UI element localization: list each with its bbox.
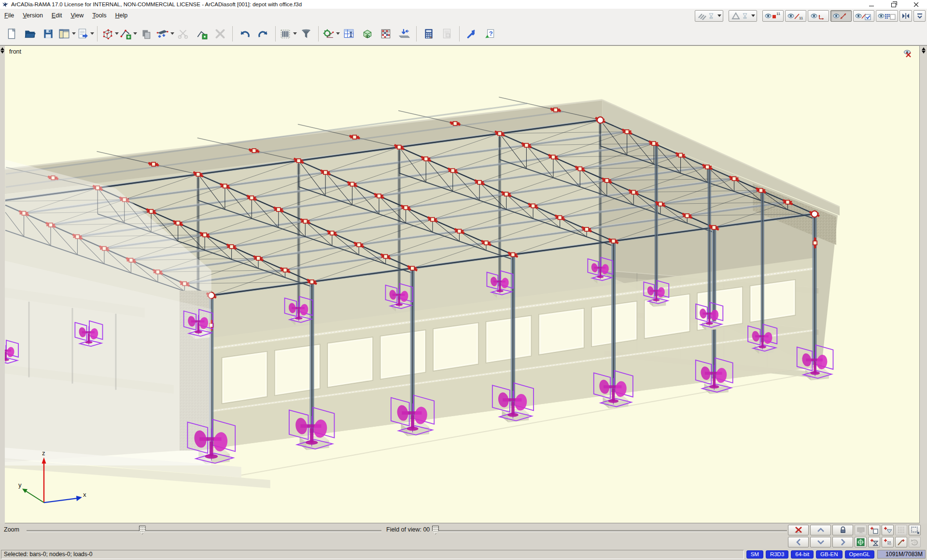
options-wrench-button[interactable] [463, 24, 481, 43]
dropdown-arrow-icon [293, 32, 297, 35]
view-name-label: front [9, 48, 21, 55]
add-bar-button[interactable] [119, 24, 137, 43]
zoom-window-button[interactable] [909, 525, 921, 535]
new-model-button[interactable] [2, 24, 21, 43]
menu-items: FileVersionEditViewToolsHelp [0, 11, 132, 20]
zoom-slider[interactable] [27, 530, 381, 532]
show-node-numbers[interactable]: 11 [762, 10, 784, 22]
pan-down-button[interactable] [810, 537, 831, 547]
view-3d-button[interactable]: 3D [358, 24, 377, 43]
nav-row [788, 525, 921, 535]
hide-view-icon[interactable] [903, 49, 913, 59]
status-badge-64-bit[interactable]: 64-bit [791, 550, 814, 559]
restore-icon [891, 3, 896, 7]
menu-edit[interactable]: Edit [47, 11, 67, 20]
print-report-button[interactable] [76, 24, 94, 43]
workspace: front zyx [0, 45, 927, 523]
hidden-lines-mode[interactable] [695, 10, 723, 22]
window-title: ArCADia-RAMA 17.0 License for INTERNAL, … [11, 1, 302, 7]
minimize-button[interactable] [860, 0, 883, 9]
undo-button[interactable] [236, 24, 254, 43]
selection-status: Selected: bars-0; nodes-0; loads-0 [1, 550, 744, 559]
menu-file[interactable]: File [0, 11, 18, 20]
show-dimensions[interactable] [830, 10, 852, 22]
fov-slider-thumb[interactable] [432, 526, 439, 534]
fov-slider[interactable] [433, 530, 787, 532]
scene-3d-model[interactable]: zyx [5, 46, 919, 523]
left-splitter[interactable] [0, 45, 5, 523]
calculator-button[interactable] [420, 24, 438, 43]
zoom-slider-thumb[interactable] [139, 526, 146, 534]
status-badge-r3d3[interactable]: R3D3 [766, 550, 788, 559]
zoom-label: Zoom [4, 526, 19, 533]
bottom-bar: Zoom Field of view: 00 [0, 523, 927, 548]
pan-up-button[interactable] [810, 525, 831, 535]
splitter-up-icon [0, 47, 4, 50]
menu-version[interactable]: Version [18, 11, 47, 20]
svg-text:x: x [83, 491, 86, 498]
nav-row [788, 537, 921, 547]
toolbar-separator [97, 26, 98, 42]
menu-help[interactable]: Help [111, 11, 132, 20]
toolbar-separator [275, 26, 276, 42]
select-add-load-button[interactable] [868, 537, 880, 547]
collapse-panel[interactable] [899, 10, 912, 22]
results-tables-button[interactable] [340, 24, 358, 43]
select-add-support-button[interactable] [882, 525, 894, 535]
status-badge-sm[interactable]: SM [746, 550, 763, 559]
minimize-icon [869, 5, 874, 6]
loads-button[interactable] [395, 24, 413, 43]
add-node-button[interactable] [193, 24, 211, 43]
filter-button[interactable] [297, 24, 315, 43]
show-local-axes[interactable] [808, 10, 829, 22]
menu-view[interactable]: View [66, 11, 88, 20]
help-topics-button[interactable]: ? [481, 24, 499, 43]
status-bar: Selected: bars-0; nodes-0; loads-0 SMR3D… [0, 548, 927, 560]
show-bars[interactable] [853, 10, 874, 22]
delete-axes-button[interactable] [788, 525, 809, 535]
center-view-button[interactable] [855, 537, 867, 547]
svg-text:3D: 3D [365, 34, 370, 38]
select-add-node-button[interactable] [868, 525, 880, 535]
toolbar-separator [318, 26, 319, 42]
right-splitter[interactable] [919, 45, 927, 523]
model-viewport[interactable]: front zyx [5, 45, 919, 523]
draw-bar-button[interactable] [895, 537, 907, 547]
pan-left-button[interactable] [788, 537, 809, 547]
fov-label: Field of view: 00 [386, 526, 430, 533]
save-project-button[interactable] [39, 24, 57, 43]
shading-mode[interactable] [729, 10, 757, 22]
section-selection-button[interactable] [279, 24, 297, 43]
title-bar: ArCADia-RAMA 17.0 License for INTERNAL, … [0, 0, 927, 9]
lock-view-button[interactable] [832, 525, 853, 535]
svg-text:y: y [18, 481, 22, 489]
status-badge-opengl[interactable]: OpenGL [845, 550, 874, 559]
calculation-settings-button[interactable] [322, 24, 340, 43]
close-button[interactable] [905, 0, 927, 9]
project-manager-button[interactable] [57, 24, 76, 43]
view-navigation-buttons [788, 525, 921, 547]
main-toolbar: 3D? [0, 22, 927, 45]
redo-button[interactable] [254, 24, 272, 43]
menu-bar: FileVersionEditViewToolsHelp 1111 [0, 9, 927, 22]
pan-right-button[interactable] [832, 537, 853, 547]
move-structure-button[interactable] [155, 24, 174, 43]
toolbar-separator [416, 26, 417, 42]
open-project-button[interactable] [21, 24, 39, 43]
new-frame-3d-button[interactable] [100, 24, 119, 43]
dropdown-arrow-icon [72, 32, 76, 35]
stiffness-matrix-button[interactable] [377, 24, 395, 43]
more-tools[interactable] [913, 10, 926, 22]
show-grid[interactable] [876, 10, 898, 22]
restore-button[interactable] [883, 0, 905, 9]
grid-settings-button[interactable] [882, 537, 894, 547]
show-bar-numbers[interactable]: 11 [785, 10, 806, 22]
status-badge-gb-en[interactable]: GB-EN [816, 550, 842, 559]
svg-text:z: z [42, 449, 45, 457]
dropdown-arrow-icon [751, 14, 755, 17]
menu-tools[interactable]: Tools [88, 11, 111, 20]
status-badges: SMR3D364-bitGB-ENOpenGL [744, 550, 874, 559]
toolbar-separator [232, 26, 233, 42]
rotate-view-button [909, 537, 921, 547]
copy-button[interactable] [137, 24, 155, 43]
